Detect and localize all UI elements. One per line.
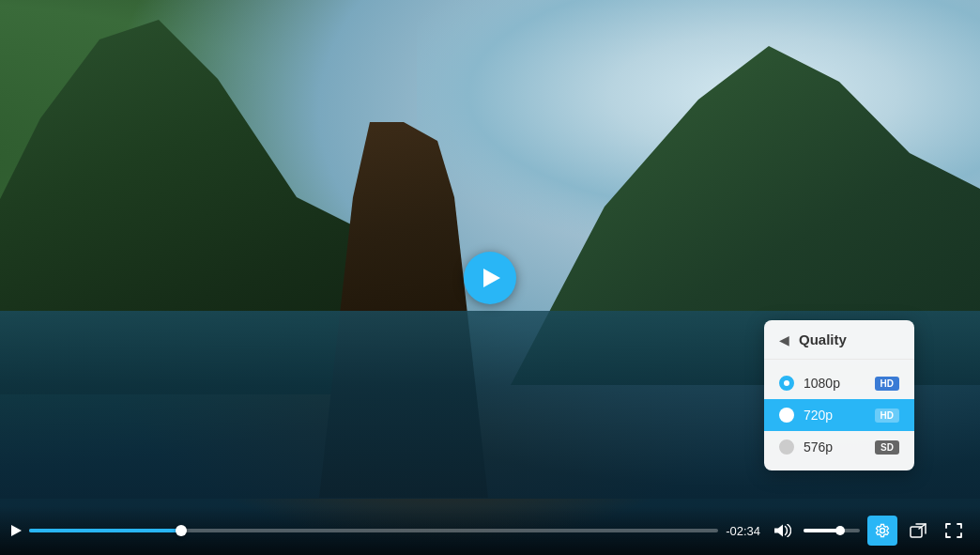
hd-badge-720p: HD <box>875 409 899 423</box>
quality-options-list: 1080p HD 720p HD 576p SD <box>764 360 914 470</box>
volume-bar[interactable] <box>804 529 860 532</box>
quality-back-button[interactable]: ◀ <box>779 332 789 347</box>
controls-bar: -02:34 <box>0 506 980 555</box>
volume-thumb[interactable] <box>835 526 845 535</box>
play-icon <box>11 525 22 536</box>
fullscreen-button[interactable] <box>939 516 969 546</box>
play-pause-button[interactable] <box>11 525 22 536</box>
radio-720p <box>779 408 794 423</box>
quality-option-576p[interactable]: 576p SD <box>764 431 914 463</box>
right-controls <box>867 516 969 546</box>
quality-menu: ◀ Quality 1080p HD 720p HD 576p S <box>764 320 914 470</box>
volume-icon <box>774 524 791 537</box>
external-icon <box>910 523 926 538</box>
radio-1080p <box>779 376 794 391</box>
radio-576p <box>779 439 794 455</box>
video-player: ◀ Quality 1080p HD 720p HD 576p S <box>0 0 980 555</box>
volume-control <box>768 516 860 546</box>
external-button[interactable] <box>903 516 933 546</box>
play-button-center[interactable] <box>464 252 516 304</box>
sd-badge-576p: SD <box>875 440 899 455</box>
progress-filled <box>29 529 181 532</box>
resolution-1080p-label: 1080p <box>804 376 865 391</box>
quality-option-720p[interactable]: 720p HD <box>764 399 914 431</box>
time-display: -02:34 <box>726 524 760 538</box>
gear-icon <box>875 523 890 538</box>
volume-button[interactable] <box>768 516 798 546</box>
resolution-720p-label: 720p <box>804 408 865 423</box>
progress-bar[interactable] <box>29 529 718 532</box>
resolution-576p-label: 576p <box>804 439 865 455</box>
quality-option-1080p[interactable]: 1080p HD <box>764 367 914 399</box>
quality-menu-title: Quality <box>799 331 847 347</box>
hd-badge-1080p: HD <box>875 377 899 391</box>
quality-menu-header: ◀ Quality <box>764 320 914 360</box>
fullscreen-icon <box>945 523 962 538</box>
progress-thumb[interactable] <box>176 525 187 536</box>
settings-button[interactable] <box>867 516 897 546</box>
